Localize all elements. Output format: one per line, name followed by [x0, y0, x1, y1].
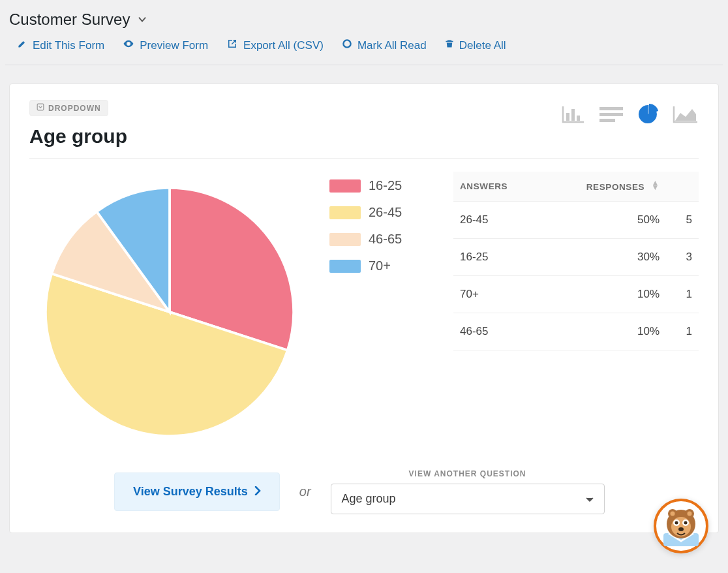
- pie-chart: [29, 172, 310, 446]
- svg-rect-4: [571, 109, 575, 121]
- legend-item[interactable]: 46-65: [329, 232, 434, 247]
- bar-chart-icon[interactable]: [562, 105, 585, 123]
- eye-icon: [123, 38, 134, 53]
- divider: [29, 158, 699, 159]
- edit-form-link[interactable]: Edit This Form: [17, 39, 104, 52]
- cell-percent: 30%: [541, 239, 666, 276]
- export-csv-label: Export All (CSV): [243, 39, 324, 52]
- cell-count: 1: [666, 313, 699, 350]
- area-chart-icon[interactable]: [673, 105, 699, 123]
- mark-read-label: Mark All Read: [357, 39, 427, 52]
- or-separator: or: [299, 484, 311, 499]
- svg-point-1: [343, 40, 350, 47]
- chevron-right-icon: [254, 485, 261, 499]
- col-count: [666, 172, 699, 202]
- field-type-label: DROPDOWN: [48, 104, 101, 113]
- svg-point-14: [671, 512, 675, 516]
- svg-point-11: [671, 517, 691, 536]
- cell-answer: 16-25: [453, 239, 541, 276]
- svg-point-15: [688, 512, 692, 516]
- table-row[interactable]: 46-6510%1: [453, 313, 699, 350]
- svg-point-0: [128, 43, 130, 45]
- legend-swatch: [329, 260, 361, 273]
- form-toolbar: Edit This Form Preview Form Export All (…: [5, 34, 723, 65]
- legend-label: 46-65: [369, 232, 402, 247]
- question-select-label: VIEW ANOTHER QUESTION: [331, 469, 605, 478]
- question-select[interactable]: Age group: [331, 484, 605, 514]
- legend-label: 26-45: [369, 205, 402, 220]
- svg-point-20: [678, 527, 684, 531]
- pencil-icon: [17, 39, 27, 52]
- svg-point-19: [684, 521, 688, 525]
- table-row[interactable]: 26-4550%5: [453, 202, 699, 239]
- svg-rect-8: [599, 119, 615, 122]
- col-answers[interactable]: ANSWERS: [453, 172, 541, 202]
- chart-legend: 16-2526-4546-6570+: [329, 172, 434, 285]
- svg-rect-6: [599, 107, 623, 110]
- question-title: Age group: [29, 125, 127, 147]
- col-responses[interactable]: RESPONSES ▲▼: [541, 172, 666, 202]
- caret-down-icon: [586, 492, 594, 506]
- legend-item[interactable]: 16-25: [329, 178, 434, 193]
- sort-icon: ▲▼: [652, 181, 660, 190]
- svg-rect-3: [566, 113, 569, 121]
- export-csv-link[interactable]: Export All (CSV): [226, 38, 324, 53]
- legend-swatch: [329, 206, 361, 219]
- cell-count: 5: [666, 202, 699, 239]
- legend-item[interactable]: 70+: [329, 258, 434, 273]
- delete-all-label: Delete All: [459, 39, 506, 52]
- legend-swatch: [329, 233, 361, 246]
- legend-label: 16-25: [369, 178, 402, 193]
- cell-percent: 50%: [541, 202, 666, 239]
- cell-percent: 10%: [541, 313, 666, 350]
- svg-point-17: [675, 521, 678, 525]
- page-header: Customer Survey: [5, 5, 723, 34]
- cell-count: 3: [666, 239, 699, 276]
- cell-answer: 46-65: [453, 313, 541, 350]
- edit-form-label: Edit This Form: [33, 39, 104, 52]
- preview-form-link[interactable]: Preview Form: [123, 38, 208, 53]
- chevron-down-icon[interactable]: [136, 14, 148, 25]
- svg-rect-7: [599, 113, 623, 116]
- chart-type-toggles: [562, 104, 699, 125]
- preview-form-label: Preview Form: [140, 39, 208, 52]
- legend-label: 70+: [369, 258, 391, 273]
- page-title: Customer Survey: [9, 10, 130, 29]
- pie-chart-icon[interactable]: [637, 104, 658, 125]
- responses-table: ANSWERS RESPONSES ▲▼ 26-4550%516-2530%37…: [453, 172, 699, 350]
- legend-item[interactable]: 26-45: [329, 205, 434, 220]
- cell-percent: 10%: [541, 276, 666, 313]
- view-results-label: View Survey Results: [133, 485, 248, 499]
- card-footer: View Survey Results or VIEW ANOTHER QUES…: [29, 469, 699, 514]
- list-chart-icon[interactable]: [599, 106, 623, 123]
- svg-rect-2: [37, 104, 44, 110]
- help-mascot-button[interactable]: [654, 499, 708, 549]
- cell-count: 1: [666, 276, 699, 313]
- question-select-value: Age group: [342, 492, 396, 506]
- trash-icon: [445, 39, 454, 52]
- cell-answer: 26-45: [453, 202, 541, 239]
- view-results-button[interactable]: View Survey Results: [114, 472, 280, 511]
- dropdown-icon: [37, 103, 44, 113]
- table-row[interactable]: 16-2530%3: [453, 239, 699, 276]
- cell-answer: 70+: [453, 276, 541, 313]
- circle-icon: [342, 39, 352, 52]
- question-card: DROPDOWN Age group: [9, 84, 719, 533]
- delete-all-link[interactable]: Delete All: [445, 39, 506, 52]
- svg-rect-5: [577, 116, 580, 121]
- field-type-badge: DROPDOWN: [29, 100, 108, 116]
- legend-swatch: [329, 179, 361, 193]
- mark-read-link[interactable]: Mark All Read: [342, 39, 427, 52]
- table-row[interactable]: 70+10%1: [453, 276, 699, 313]
- export-icon: [226, 38, 238, 53]
